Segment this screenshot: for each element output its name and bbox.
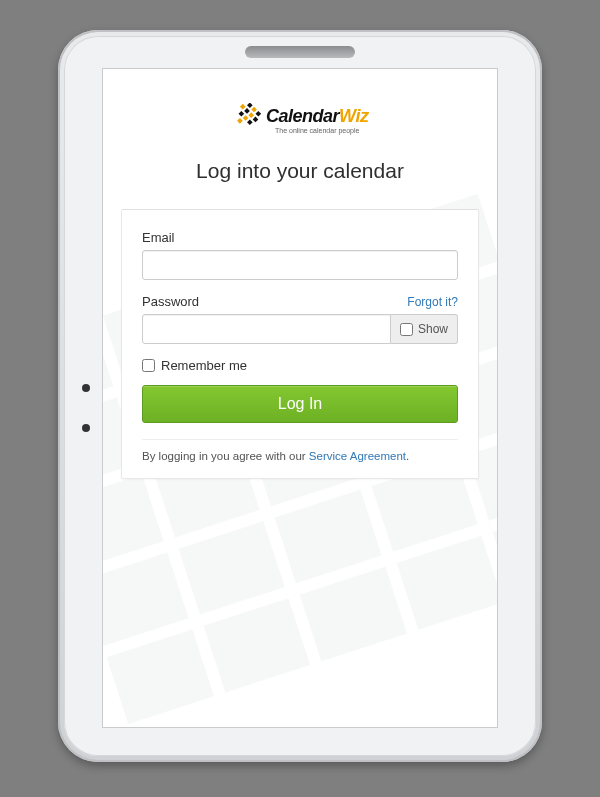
password-group: Password Forgot it? Show: [142, 294, 458, 344]
svg-rect-3: [240, 104, 246, 110]
svg-rect-2: [255, 111, 261, 117]
svg-rect-10: [237, 118, 243, 124]
agreement-prefix: By logging in you agree with our: [142, 450, 309, 462]
svg-rect-6: [252, 117, 258, 123]
tablet-frame: CalendarWiz The online calendar people L…: [58, 30, 542, 762]
password-input-group: Show: [142, 314, 458, 344]
login-button[interactable]: Log In: [142, 385, 458, 423]
logo-icon: [232, 103, 262, 137]
email-label: Email: [142, 230, 175, 245]
show-password-label: Show: [418, 322, 448, 336]
camera-dot: [82, 384, 90, 392]
show-password-checkbox[interactable]: [400, 323, 413, 336]
svg-rect-5: [248, 112, 254, 118]
svg-rect-8: [242, 115, 248, 121]
svg-rect-1: [251, 107, 257, 113]
remember-me-row[interactable]: Remember me: [142, 358, 458, 373]
service-agreement-link[interactable]: Service Agreement: [309, 450, 406, 462]
svg-rect-9: [247, 119, 253, 125]
password-label: Password: [142, 294, 199, 309]
email-field[interactable]: [142, 250, 458, 280]
remember-me-checkbox[interactable]: [142, 359, 155, 372]
page-title: Log into your calendar: [103, 159, 497, 183]
tablet-inner: CalendarWiz The online calendar people L…: [64, 36, 536, 756]
content-area: CalendarWiz The online calendar people L…: [103, 69, 497, 479]
divider: [142, 439, 458, 440]
forgot-password-link[interactable]: Forgot it?: [407, 295, 458, 309]
logo-tagline: The online calendar people: [266, 127, 368, 134]
agreement-suffix: .: [406, 450, 409, 462]
logo-text: CalendarWiz The online calendar people: [266, 106, 368, 134]
logo-word-calendar: Calendar: [266, 106, 339, 126]
agreement-text: By logging in you agree with our Service…: [142, 450, 458, 462]
logo: CalendarWiz The online calendar people: [103, 103, 497, 137]
svg-rect-7: [238, 111, 244, 117]
screen: CalendarWiz The online calendar people L…: [102, 68, 498, 728]
email-group: Email: [142, 230, 458, 280]
login-card: Email Password Forgot it?: [121, 209, 479, 479]
speaker-grille: [245, 46, 355, 58]
home-button-dot: [82, 424, 90, 432]
logo-word-wiz: Wiz: [339, 106, 368, 126]
svg-rect-4: [244, 108, 250, 114]
show-password-toggle[interactable]: Show: [391, 314, 458, 344]
svg-rect-0: [247, 103, 253, 108]
remember-me-label: Remember me: [161, 358, 247, 373]
password-field[interactable]: [142, 314, 391, 344]
